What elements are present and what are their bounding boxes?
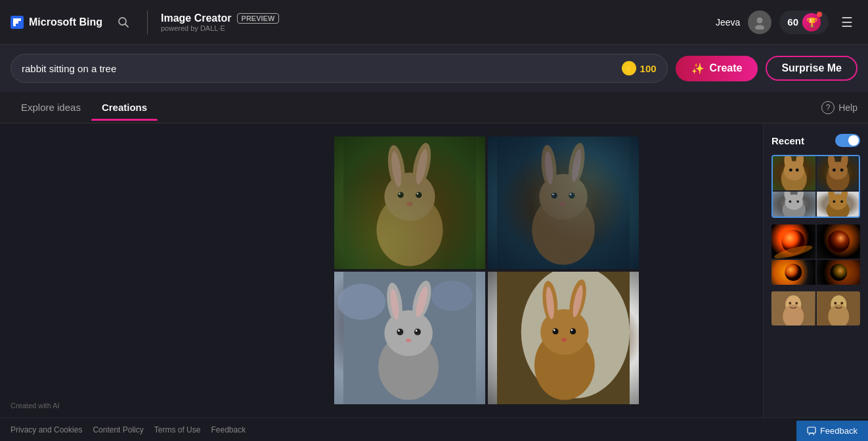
user-section: Jeeva 60 🏆 ☰ <box>716 10 857 34</box>
recent-planet-1 <box>771 224 815 259</box>
footer-privacy[interactable]: Privacy and Cookies <box>11 425 82 434</box>
svg-point-44 <box>337 284 385 320</box>
svg-point-7 <box>755 25 764 30</box>
recent-planet-3 <box>771 260 815 285</box>
planet-image-1 <box>771 224 815 259</box>
svg-rect-3 <box>13 21 18 24</box>
svg-point-82 <box>833 200 835 203</box>
tabs-area: Explore ideas Creations ? Help <box>0 92 868 123</box>
rabbit-image-1 <box>334 136 485 269</box>
tab-creations-label: Creations <box>102 102 147 113</box>
coins-notification-dot <box>817 12 822 17</box>
feedback-floating-button[interactable]: Feedback <box>796 421 868 441</box>
recent-thumb-2 <box>817 156 859 190</box>
recent-thumb-1 <box>773 156 815 190</box>
recent-thumb-3 <box>773 192 815 217</box>
header-search-button[interactable] <box>113 12 134 33</box>
svg-point-42 <box>416 330 418 332</box>
svg-point-63 <box>789 169 792 172</box>
svg-point-39 <box>397 329 403 335</box>
feedback-icon <box>807 427 816 436</box>
rabbit-image-2 <box>488 136 639 269</box>
image-cell-1[interactable] <box>334 136 485 269</box>
feedback-floating-label: Feedback <box>820 426 857 436</box>
images-area: Created with AI <box>0 123 763 417</box>
bing-logo-icon <box>11 16 24 29</box>
svg-rect-31 <box>497 136 630 269</box>
rabbit-image-4 <box>488 272 639 404</box>
image-creator-title-row: Image Creator PREVIEW <box>161 12 279 24</box>
recent-mona-1 <box>771 291 815 326</box>
recent-grid-3 <box>771 291 860 326</box>
recent-group-3[interactable] <box>771 291 860 326</box>
image-creator-title-text: Image Creator <box>161 12 232 24</box>
tab-creations[interactable]: Creations <box>91 94 158 121</box>
bing-logo-text: Microsoft Bing <box>29 16 102 28</box>
search-icon <box>117 16 130 29</box>
svg-point-45 <box>431 281 473 311</box>
svg-point-64 <box>796 169 799 172</box>
svg-point-43 <box>406 339 411 343</box>
image-cell-4[interactable] <box>488 272 639 404</box>
coins-icon: 🏆 <box>802 13 821 32</box>
help-label: Help <box>838 102 857 113</box>
svg-point-6 <box>757 17 763 23</box>
svg-point-99 <box>834 302 836 304</box>
svg-line-5 <box>125 24 129 27</box>
search-input[interactable] <box>22 63 622 74</box>
svg-point-75 <box>789 200 791 203</box>
mona-image-1 <box>771 291 815 326</box>
footer-feedback[interactable]: Feedback <box>211 425 246 434</box>
image-cell-2[interactable] <box>488 136 639 269</box>
menu-button[interactable]: ☰ <box>836 12 857 33</box>
create-button[interactable]: ✨ Create <box>676 56 758 81</box>
recent-grid-1 <box>773 156 859 217</box>
recent-planet-2 <box>817 224 861 259</box>
recent-rabbit-2-img <box>817 156 859 190</box>
recent-mona-2 <box>817 291 861 326</box>
svg-rect-19 <box>343 136 476 269</box>
recent-thumb-4 <box>817 192 859 217</box>
svg-point-95 <box>795 302 798 304</box>
svg-point-56 <box>553 329 555 331</box>
svg-point-90 <box>830 264 847 281</box>
svg-point-40 <box>414 329 421 335</box>
created-with-ai: Created with AI <box>11 402 60 410</box>
svg-point-54 <box>552 328 558 334</box>
recent-label: Recent <box>771 135 804 146</box>
create-btn-label: Create <box>710 62 743 74</box>
user-name: Jeeva <box>716 17 740 28</box>
coins-count: 60 <box>787 16 798 28</box>
recent-rabbit-1-img <box>773 156 815 190</box>
image-creator-section: Image Creator PREVIEW powered by DALL·E <box>161 12 279 32</box>
rabbit-image-3 <box>334 272 485 404</box>
search-area: ⚡ 100 ✨ Create Surprise Me <box>0 45 868 92</box>
tab-explore[interactable]: Explore ideas <box>11 94 91 121</box>
bolt-count: 100 <box>640 63 657 74</box>
svg-point-94 <box>789 302 791 304</box>
footer-content[interactable]: Content Policy <box>93 425 143 434</box>
header-divider <box>147 10 148 34</box>
recent-grid-2 <box>771 224 860 285</box>
bolt-section: ⚡ 100 <box>622 61 657 75</box>
help-circle-icon: ? <box>821 101 835 114</box>
recent-group-2[interactable] <box>771 224 860 285</box>
svg-point-57 <box>571 329 573 331</box>
sidebar: Recent <box>763 123 868 417</box>
svg-point-41 <box>398 330 400 332</box>
image-cell-3[interactable] <box>334 272 485 404</box>
bolt-icon: ⚡ <box>622 61 636 75</box>
svg-point-88 <box>827 230 850 253</box>
recent-toggle[interactable] <box>835 134 860 147</box>
bing-logo[interactable]: Microsoft Bing <box>11 16 102 29</box>
create-btn-icon: ✨ <box>691 62 705 75</box>
surprise-button[interactable]: Surprise Me <box>766 56 857 81</box>
svg-point-70 <box>840 169 843 172</box>
help-button[interactable]: ? Help <box>821 101 857 114</box>
user-avatar[interactable] <box>748 10 771 34</box>
footer-terms[interactable]: Terms of Use <box>154 425 201 434</box>
toggle-knob <box>848 135 859 146</box>
svg-point-69 <box>832 169 835 172</box>
recent-group-1[interactable] <box>771 155 860 218</box>
main-content: Created with AI Recent <box>0 123 868 417</box>
